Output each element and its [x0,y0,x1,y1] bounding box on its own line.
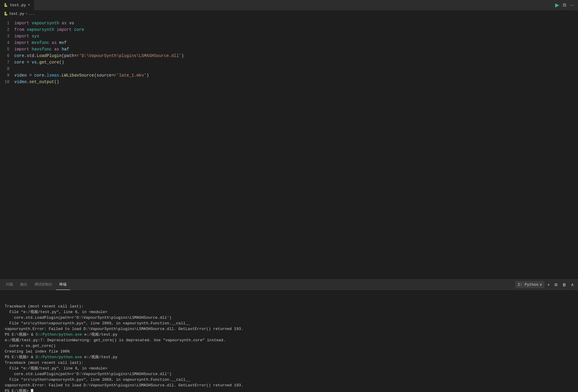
editor-area: 1import vapoursynth as vs2from vapoursyn… [0,18,578,279]
code-line: 9video = core.lsmas.LWLibavSource(source… [0,72,578,79]
line-number: 2 [0,26,14,33]
code-line: 4import mvsfunc as mvf [0,39,578,46]
terminal-line: vapoursynth.Error: Failed to load D:\Vap… [5,383,573,388]
panel-tabs: 问题 输出 调试控制台 终端 2: Python ∨ + ⧉ 🗑 ∧ [0,280,578,290]
collapse-panel-button[interactable]: ∧ [569,281,576,288]
terminal-line: File "src\cython\vapoursynth.pyx", line … [5,377,573,383]
line-number: 3 [0,33,14,39]
line-content: video.set_output() [14,79,578,85]
line-number: 10 [0,79,14,85]
line-number: 1 [0,20,14,26]
line-content: video = core.lsmas.LWLibavSource(source=… [14,72,578,79]
tab-actions: ▶ ⧉ ⋯ [554,1,578,9]
panel: 问题 输出 调试控制台 终端 2: Python ∨ + ⧉ 🗑 ∧ Trace… [0,279,578,392]
terminal-line: File "e:/视频/test.py", line 6, in <module… [5,309,573,315]
python-file-icon: 🐍 [4,3,8,7]
terminal-link[interactable]: D:/Python/python.exe [36,355,82,359]
run-button[interactable]: ▶ [554,1,560,9]
code-line: 5import havsfunc as haf [0,46,578,53]
breadcrumb-more[interactable]: ... [29,12,35,16]
line-content: import mvsfunc as mvf [14,39,578,46]
line-content: import havsfunc as haf [14,46,578,53]
code-line: 7core = vs.get_core() [0,59,578,66]
breadcrumb-sep: > [25,12,27,16]
line-number: 4 [0,39,14,46]
line-content: from vapoursynth import core [14,26,578,33]
terminal-line: Traceback (most recent call last): [5,304,573,309]
terminal-prompt-line: PS E:\视频> [5,388,573,392]
breadcrumb-filename[interactable]: test.py [9,12,24,16]
terminal-cursor [31,389,33,392]
code-line: 6core.std.LoadPlugin(path=r'D:\VapourSyn… [0,53,578,59]
tab-problems[interactable]: 问题 [2,280,17,290]
terminal-line: Traceback (most recent call last): [5,360,573,366]
breadcrumb-file-icon: 🐍 [4,12,8,16]
code-line: 2from vapoursynth import core [0,26,578,33]
terminal-line: core = vs.get_core() [5,343,573,349]
line-number: 5 [0,46,14,53]
line-number: 6 [0,53,14,59]
add-terminal-button[interactable]: + [546,281,552,288]
line-number: 7 [0,59,14,66]
tab-close-icon[interactable]: × [28,3,30,7]
terminal-line: File "e:/视频/test.py", line 6, in <module… [5,366,573,371]
breadcrumb: 🐍 test.py > ... [0,10,578,18]
tab-terminal[interactable]: 终端 [56,280,70,290]
tab-output[interactable]: 输出 [17,280,31,290]
terminal-type-label: 2: Python [518,283,539,287]
line-number: 9 [0,72,14,79]
terminal-line: PS E:\视频> & D:/Python/python.exe e:/视频/t… [5,354,573,360]
more-actions-button[interactable]: ⋯ [569,1,576,9]
terminal-type-dropdown[interactable]: 2: Python ∨ [515,281,544,288]
terminal-line: core.std.LoadPlugin(path=r'D:\VapourSynt… [5,315,573,320]
terminal-output: Traceback (most recent call last): File … [0,290,578,392]
line-content: import sys [14,33,578,39]
delete-terminal-button[interactable]: 🗑 [560,281,568,288]
tab-bar: 🐍 test.py × ▶ ⧉ ⋯ [0,0,578,10]
terminal-link[interactable]: D:/Python/python.exe [36,332,82,337]
terminal-line: Creating lwi index file 100% [5,349,573,354]
terminal-line: core.std.LoadPlugin(path=r'D:\VapourSynt… [5,371,573,377]
chevron-down-icon: ∨ [540,282,542,287]
line-content: core.std.LoadPlugin(path=r'D:\VapourSynt… [14,53,578,59]
terminal-line: File "src\cython\vapoursynth.pyx", line … [5,320,573,326]
split-terminal-button[interactable]: ⧉ [553,281,559,288]
terminal-line: vapoursynth.Error: Failed to load D:\Vap… [5,326,573,332]
line-content: import vapoursynth as vs [14,20,578,26]
code-line: 8 [0,66,578,72]
tab-debug-console[interactable]: 调试控制台 [31,280,56,290]
code-line: 3import sys [0,33,578,39]
tab-label: test.py [10,3,26,7]
panel-controls: 2: Python ∨ + ⧉ 🗑 ∧ [515,281,576,288]
layout-button[interactable]: ⧉ [562,1,567,9]
line-content: core = vs.get_core() [14,59,578,66]
code-line: 10video.set_output() [0,79,578,85]
line-number: 8 [0,66,14,72]
code-line: 1import vapoursynth as vs [0,20,578,26]
tab-test-py[interactable]: 🐍 test.py × [0,0,34,10]
terminal-line: PS E:\视频> & D:/Python/python.exe e:/视频/t… [5,332,573,337]
terminal-line: e:/视频/test.py:7: DeprecationWarning: get… [5,337,573,343]
